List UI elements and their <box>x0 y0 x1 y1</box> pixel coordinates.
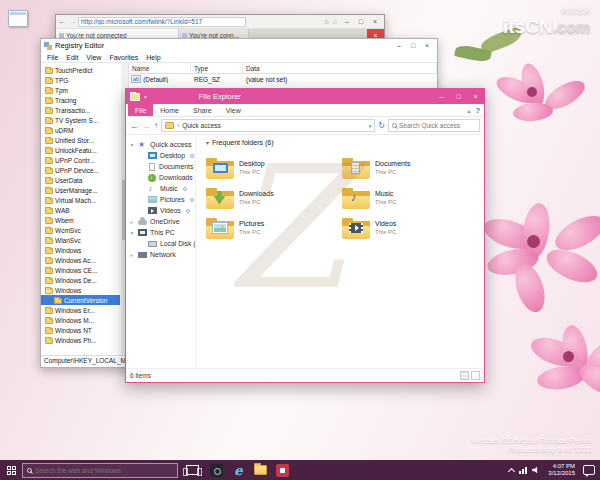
nav-item[interactable]: Network <box>126 249 195 260</box>
registry-tree-item[interactable]: Tracing <box>41 95 120 105</box>
registry-tree-item[interactable]: Transactio... <box>41 105 120 115</box>
browser-forward-icon[interactable]: → <box>68 18 76 26</box>
registry-tree-item[interactable]: Windows M... <box>41 315 120 325</box>
explorer-search-input[interactable] <box>399 122 476 129</box>
address-breadcrumb[interactable]: Quick access <box>161 119 375 132</box>
browser-maximize-button[interactable] <box>354 16 368 28</box>
help-icon[interactable] <box>475 106 480 115</box>
browser-close-button[interactable] <box>368 16 382 28</box>
registry-close-button[interactable] <box>420 40 434 52</box>
registry-tree-item[interactable]: Wbem <box>41 215 120 225</box>
browser-minimize-button[interactable] <box>340 16 354 28</box>
registry-tree-item[interactable]: Unified Stor... <box>41 135 120 145</box>
ribbon-tab[interactable]: File <box>128 104 153 116</box>
nav-item[interactable]: This PC <box>126 227 195 238</box>
taskbar-search-box[interactable] <box>22 463 178 478</box>
folder-tile[interactable]: Pictures This PC <box>206 213 338 243</box>
menu-item[interactable]: File <box>43 54 62 61</box>
registry-tree-item[interactable]: CurrentVersion <box>41 295 120 305</box>
volume-icon[interactable] <box>532 466 540 474</box>
ribbon-tab[interactable]: View <box>219 104 248 116</box>
nav-item[interactable]: Videos <box>126 205 195 216</box>
expander-icon[interactable] <box>129 251 135 258</box>
start-button[interactable] <box>0 460 22 480</box>
nav-item[interactable]: OneDrive <box>126 216 195 227</box>
expander-icon[interactable] <box>129 229 135 236</box>
registry-tree-item[interactable]: WlanSvc <box>41 235 120 245</box>
browser-back-icon[interactable]: ← <box>58 18 66 26</box>
explorer-maximize-button[interactable] <box>450 89 467 104</box>
desktop-icon[interactable] <box>8 10 28 27</box>
thumbnail-view-button[interactable] <box>471 371 480 380</box>
taskbar-clock[interactable]: 4:07 PM 3/12/2015 <box>548 463 575 478</box>
ribbon-collapse-icon[interactable] <box>467 107 470 114</box>
registry-value-row[interactable]: (Default) REG_SZ (value not set) <box>129 74 437 84</box>
network-icon[interactable] <box>519 466 527 474</box>
registry-tree-item[interactable]: UserData <box>41 175 120 185</box>
group-header[interactable]: Frequent folders (6) <box>206 139 484 146</box>
forward-icon[interactable] <box>142 121 151 131</box>
pinned-app-icon[interactable] <box>209 462 224 478</box>
registry-tree-item[interactable]: TV System S... <box>41 115 120 125</box>
favorites-icon[interactable]: ☆ <box>332 18 338 26</box>
browser-address-bar[interactable] <box>78 17 246 27</box>
folder-tile[interactable]: Desktop This PC <box>206 153 338 183</box>
registry-tree-item[interactable]: TouchPredict <box>41 65 120 75</box>
registry-tree-item[interactable]: Virtual Mach... <box>41 195 120 205</box>
registry-tree-item[interactable]: UnlockFeatu... <box>41 145 120 155</box>
menu-item[interactable]: View <box>82 54 105 61</box>
registry-tree-item[interactable]: WcmSvc <box>41 225 120 235</box>
folder-tile[interactable]: Documents This PC <box>342 153 474 183</box>
registry-tree-item[interactable]: Windows De... <box>41 275 120 285</box>
expander-icon[interactable] <box>129 218 135 225</box>
qat-customize-icon[interactable]: ▾ <box>144 94 147 100</box>
group-collapse-icon[interactable] <box>206 139 209 146</box>
taskbar-search-input[interactable] <box>35 467 173 474</box>
registry-tree-item[interactable]: Windows <box>41 285 120 295</box>
expander-icon[interactable] <box>129 141 135 148</box>
menu-item[interactable]: Edit <box>62 54 82 61</box>
column-header[interactable]: Type <box>191 63 243 73</box>
menu-item[interactable]: Favorites <box>105 54 142 61</box>
action-center-icon[interactable] <box>583 465 595 475</box>
internet-explorer-button[interactable] <box>231 462 246 478</box>
registry-tree-item[interactable]: Windows Er... <box>41 305 120 315</box>
explorer-minimize-button[interactable] <box>433 89 450 104</box>
nav-item[interactable]: Music <box>126 183 195 194</box>
details-view-button[interactable] <box>460 371 469 380</box>
registry-minimize-button[interactable] <box>392 40 406 52</box>
registry-tree-item[interactable]: UPnP Contr... <box>41 155 120 165</box>
registry-tree-item[interactable]: Windows NT <box>41 325 120 335</box>
breadcrumb-dropdown-icon[interactable] <box>369 122 372 129</box>
registry-tree-item[interactable]: Windows CE... <box>41 265 120 275</box>
registry-tree-item[interactable]: TPG <box>41 75 120 85</box>
folder-tile[interactable]: Videos This PC <box>342 213 474 243</box>
registry-tree-item[interactable]: UserManage... <box>41 185 120 195</box>
nav-item[interactable]: Desktop <box>126 150 195 161</box>
home-icon[interactable]: ⌂ <box>324 18 328 26</box>
registry-tree-item[interactable]: WAB <box>41 205 120 215</box>
registry-tree-item[interactable]: Windows Ac... <box>41 255 120 265</box>
nav-item[interactable]: Downloads <box>126 172 195 183</box>
back-icon[interactable] <box>130 121 139 131</box>
registry-tree-item[interactable]: uDRM <box>41 125 120 135</box>
registry-maximize-button[interactable] <box>406 40 420 52</box>
registry-tree-item[interactable]: Windows <box>41 245 120 255</box>
tray-expand-icon[interactable] <box>508 467 515 474</box>
up-icon[interactable] <box>154 121 158 130</box>
explorer-search-box[interactable] <box>388 119 480 132</box>
nav-item[interactable]: Quick access <box>126 139 195 150</box>
store-button[interactable] <box>275 462 290 478</box>
nav-item[interactable]: Pictures <box>126 194 195 205</box>
explorer-close-button[interactable] <box>467 89 484 104</box>
ribbon-tab[interactable]: Home <box>153 104 186 116</box>
nav-item[interactable]: Documents <box>126 161 195 172</box>
folder-tile[interactable]: Music This PC <box>342 183 474 213</box>
registry-tree-item[interactable]: Windows Ph... <box>41 335 120 345</box>
file-explorer-button[interactable] <box>253 462 268 478</box>
refresh-icon[interactable] <box>378 121 385 130</box>
column-header[interactable]: Name <box>129 63 191 73</box>
menu-item[interactable]: Help <box>142 54 164 61</box>
task-view-button[interactable] <box>186 465 199 475</box>
registry-tree-item[interactable]: UPnP Device... <box>41 165 120 175</box>
